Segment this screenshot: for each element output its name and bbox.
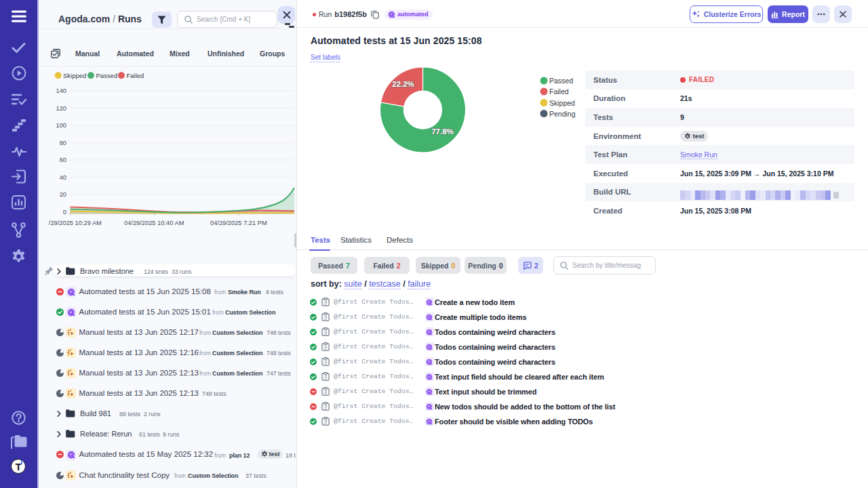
- svg-text:Pending: Pending: [549, 110, 576, 118]
- svg-text:77.8%: 77.8%: [431, 127, 454, 136]
- svg-text:Failed: Failed: [127, 72, 144, 79]
- svg-text:04/29/2025 10:40 AM: 04/29/2025 10:40 AM: [124, 220, 184, 226]
- svg-text:Skipped: Skipped: [63, 72, 86, 79]
- svg-text:60: 60: [60, 157, 66, 163]
- svg-text:140: 140: [56, 87, 66, 94]
- svg-text:04/29/2025 7:21 PM: 04/29/2025 7:21 PM: [210, 220, 267, 226]
- svg-text:22.2%: 22.2%: [392, 80, 414, 88]
- svg-text:100: 100: [56, 122, 66, 129]
- svg-text:80: 80: [60, 140, 66, 146]
- svg-text:0: 0: [63, 209, 66, 216]
- svg-text:Failed: Failed: [549, 87, 569, 96]
- svg-text:Skipped: Skipped: [549, 99, 575, 107]
- svg-text:/29/2025 10:29 AM: /29/2025 10:29 AM: [49, 220, 102, 226]
- svg-text:20: 20: [60, 191, 66, 198]
- svg-text:Passed: Passed: [549, 77, 573, 85]
- svg-text:40: 40: [60, 174, 66, 181]
- svg-text:120: 120: [56, 105, 66, 112]
- svg-text:Passed: Passed: [96, 72, 118, 79]
